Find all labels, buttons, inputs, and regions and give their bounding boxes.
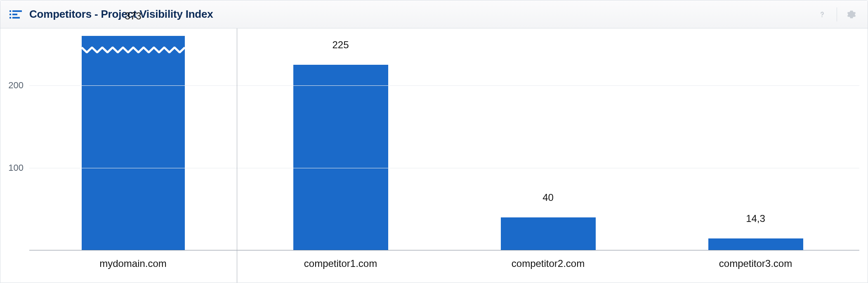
bar: 373	[82, 36, 185, 250]
bars-row: 3732254014,3	[29, 36, 859, 250]
axis-break-icon	[82, 47, 185, 53]
y-gridline	[29, 85, 859, 86]
plot-area: 3732254014,3 100200	[29, 36, 859, 250]
help-icon[interactable]	[815, 7, 829, 21]
bar: 40	[501, 217, 596, 250]
bar-value-label: 373	[125, 10, 141, 22]
first-column-separator	[237, 28, 237, 283]
x-axis-label: competitor2.com	[444, 250, 652, 269]
svg-rect-1	[12, 10, 22, 12]
svg-rect-0	[9, 10, 11, 12]
header-actions	[815, 0, 859, 28]
widget-title: Competitors - Project Visibility Index	[29, 8, 213, 21]
svg-point-6	[821, 16, 822, 17]
competitors-visibility-widget: Competitors - Project Visibility Index 3…	[0, 0, 868, 283]
y-tick-label: 200	[8, 80, 29, 91]
y-gridline	[29, 168, 859, 168]
bar-value-label: 40	[542, 192, 554, 203]
bar: 14,3	[708, 238, 803, 250]
x-axis-label: competitor3.com	[652, 250, 859, 269]
svg-rect-3	[12, 14, 17, 15]
chart-cell: 40	[444, 36, 652, 250]
bar-value-label: 14,3	[746, 213, 765, 225]
svg-rect-4	[9, 17, 11, 19]
chart-cell: 373	[29, 36, 237, 250]
gear-icon[interactable]	[844, 7, 859, 21]
bar-value-label: 225	[332, 39, 349, 51]
x-axis-label: competitor1.com	[237, 250, 444, 269]
chart-cell: 225	[237, 36, 444, 250]
chart-cell: 14,3	[652, 36, 859, 250]
y-tick-label: 100	[8, 163, 29, 173]
x-axis-labels: mydomain.comcompetitor1.comcompetitor2.c…	[29, 250, 859, 283]
chart-area: 3732254014,3 100200 mydomain.comcompetit…	[0, 28, 868, 283]
bar: 225	[293, 65, 388, 250]
divider	[837, 7, 837, 21]
bar-chart-icon	[9, 9, 22, 19]
svg-rect-2	[9, 14, 11, 15]
x-axis-label: mydomain.com	[29, 250, 237, 269]
svg-rect-5	[12, 17, 20, 19]
